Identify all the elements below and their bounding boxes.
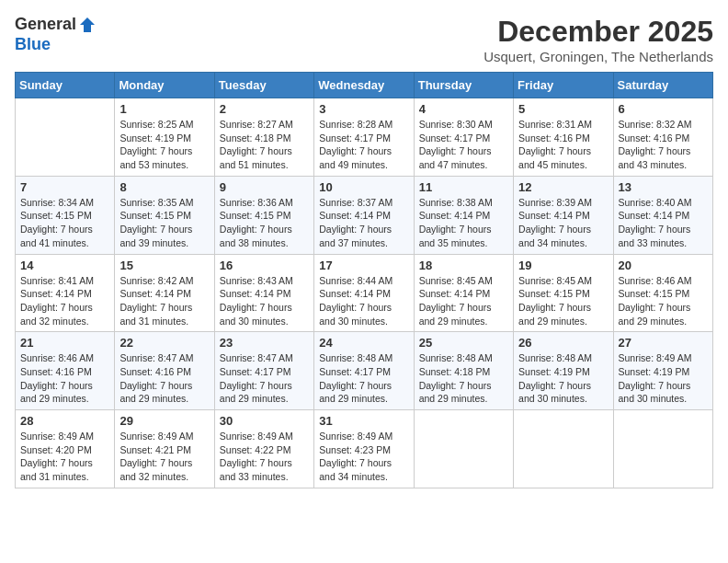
day-number: 8	[119, 180, 209, 194]
day-number: 18	[419, 259, 508, 272]
logo: General Blue	[15, 15, 97, 54]
day-info: Sunrise: 8:28 AMSunset: 4:17 PMDaylight:…	[319, 118, 408, 172]
day-info: Sunrise: 8:48 AMSunset: 4:17 PMDaylight:…	[319, 351, 408, 406]
day-number: 14	[20, 259, 109, 272]
day-number: 31	[319, 414, 408, 428]
calendar-week-row: 28 Sunrise: 8:49 AMSunset: 4:20 PMDaylig…	[16, 410, 713, 488]
day-number: 5	[518, 102, 608, 116]
day-number: 20	[619, 259, 708, 272]
day-info: Sunrise: 8:30 AMSunset: 4:17 PMDaylight:…	[419, 118, 508, 172]
calendar-cell	[514, 410, 613, 488]
calendar-table: SundayMondayTuesdayWednesdayThursdayFrid…	[15, 72, 713, 488]
day-info: Sunrise: 8:49 AMSunset: 4:23 PMDaylight:…	[319, 430, 408, 484]
page-header: General Blue December 2025 Usquert, Gron…	[15, 15, 713, 64]
calendar-cell: 11 Sunrise: 8:38 AMSunset: 4:14 PMDaylig…	[414, 176, 513, 254]
calendar-cell: 10 Sunrise: 8:37 AMSunset: 4:14 PMDaylig…	[314, 176, 414, 254]
day-number: 25	[419, 336, 508, 350]
day-number: 11	[419, 180, 508, 194]
location: Usquert, Groningen, The Netherlands	[483, 49, 713, 64]
calendar-cell: 16 Sunrise: 8:43 AMSunset: 4:14 PMDaylig…	[214, 254, 313, 332]
calendar-cell: 27 Sunrise: 8:49 AMSunset: 4:19 PMDaylig…	[613, 332, 712, 410]
calendar-cell: 15 Sunrise: 8:42 AMSunset: 4:14 PMDaylig…	[115, 254, 214, 332]
calendar-cell: 17 Sunrise: 8:44 AMSunset: 4:14 PMDaylig…	[314, 254, 414, 332]
calendar-cell: 28 Sunrise: 8:49 AMSunset: 4:20 PMDaylig…	[16, 410, 115, 488]
day-number: 23	[220, 336, 309, 350]
calendar-cell: 25 Sunrise: 8:48 AMSunset: 4:18 PMDaylig…	[414, 332, 513, 410]
day-info: Sunrise: 8:25 AMSunset: 4:19 PMDaylight:…	[119, 118, 209, 172]
logo-blue-text: Blue	[15, 35, 51, 53]
logo-icon	[78, 16, 97, 34]
calendar-cell: 14 Sunrise: 8:41 AMSunset: 4:14 PMDaylig…	[16, 254, 115, 332]
day-number: 21	[20, 336, 109, 350]
calendar-cell: 30 Sunrise: 8:49 AMSunset: 4:22 PMDaylig…	[214, 410, 313, 488]
day-number: 16	[220, 259, 309, 272]
calendar-cell: 1 Sunrise: 8:25 AMSunset: 4:19 PMDayligh…	[115, 98, 214, 177]
day-number: 26	[518, 336, 608, 350]
day-number: 13	[619, 180, 708, 194]
day-number: 29	[119, 414, 209, 428]
day-info: Sunrise: 8:47 AMSunset: 4:17 PMDaylight:…	[220, 351, 309, 406]
day-number: 6	[619, 102, 708, 116]
day-info: Sunrise: 8:39 AMSunset: 4:14 PMDaylight:…	[518, 196, 608, 250]
day-number: 4	[419, 102, 508, 116]
calendar-cell: 5 Sunrise: 8:31 AMSunset: 4:16 PMDayligh…	[514, 98, 613, 177]
day-info: Sunrise: 8:44 AMSunset: 4:14 PMDaylight:…	[319, 274, 408, 328]
calendar-week-row: 1 Sunrise: 8:25 AMSunset: 4:19 PMDayligh…	[16, 98, 713, 177]
day-info: Sunrise: 8:34 AMSunset: 4:15 PMDaylight:…	[20, 196, 109, 250]
day-info: Sunrise: 8:49 AMSunset: 4:22 PMDaylight:…	[220, 430, 309, 484]
day-info: Sunrise: 8:41 AMSunset: 4:14 PMDaylight:…	[20, 274, 109, 328]
calendar-week-row: 21 Sunrise: 8:46 AMSunset: 4:16 PMDaylig…	[16, 332, 713, 410]
day-info: Sunrise: 8:37 AMSunset: 4:14 PMDaylight:…	[319, 196, 408, 250]
day-info: Sunrise: 8:45 AMSunset: 4:15 PMDaylight:…	[518, 274, 608, 328]
day-info: Sunrise: 8:43 AMSunset: 4:14 PMDaylight:…	[220, 274, 309, 328]
day-number: 7	[20, 180, 109, 194]
calendar-cell: 29 Sunrise: 8:49 AMSunset: 4:21 PMDaylig…	[115, 410, 214, 488]
calendar-cell	[16, 98, 115, 177]
day-info: Sunrise: 8:46 AMSunset: 4:16 PMDaylight:…	[20, 351, 109, 406]
day-info: Sunrise: 8:46 AMSunset: 4:15 PMDaylight:…	[619, 274, 708, 328]
calendar-cell: 18 Sunrise: 8:45 AMSunset: 4:14 PMDaylig…	[414, 254, 513, 332]
calendar-cell: 20 Sunrise: 8:46 AMSunset: 4:15 PMDaylig…	[613, 254, 712, 332]
day-number: 28	[20, 414, 109, 428]
day-info: Sunrise: 8:36 AMSunset: 4:15 PMDaylight:…	[220, 196, 309, 250]
title-block: December 2025 Usquert, Groningen, The Ne…	[483, 15, 713, 64]
day-info: Sunrise: 8:32 AMSunset: 4:16 PMDaylight:…	[619, 118, 708, 172]
calendar-week-row: 7 Sunrise: 8:34 AMSunset: 4:15 PMDayligh…	[16, 176, 713, 254]
day-number: 17	[319, 259, 408, 272]
weekday-header: Thursday	[414, 73, 513, 98]
day-number: 12	[518, 180, 608, 194]
day-info: Sunrise: 8:49 AMSunset: 4:21 PMDaylight:…	[119, 430, 209, 484]
day-info: Sunrise: 8:35 AMSunset: 4:15 PMDaylight:…	[119, 196, 209, 250]
calendar-cell	[613, 410, 712, 488]
day-number: 10	[319, 180, 408, 194]
day-info: Sunrise: 8:48 AMSunset: 4:18 PMDaylight:…	[419, 351, 508, 406]
day-info: Sunrise: 8:45 AMSunset: 4:14 PMDaylight:…	[419, 274, 508, 328]
calendar-cell: 12 Sunrise: 8:39 AMSunset: 4:14 PMDaylig…	[514, 176, 613, 254]
weekday-header: Monday	[115, 73, 214, 98]
day-info: Sunrise: 8:47 AMSunset: 4:16 PMDaylight:…	[119, 351, 209, 406]
calendar-cell: 6 Sunrise: 8:32 AMSunset: 4:16 PMDayligh…	[613, 98, 712, 177]
day-info: Sunrise: 8:40 AMSunset: 4:14 PMDaylight:…	[619, 196, 708, 250]
calendar-cell: 4 Sunrise: 8:30 AMSunset: 4:17 PMDayligh…	[414, 98, 513, 177]
calendar-cell: 24 Sunrise: 8:48 AMSunset: 4:17 PMDaylig…	[314, 332, 414, 410]
logo-general-text: General	[15, 15, 76, 35]
day-number: 1	[119, 102, 209, 116]
weekday-header: Friday	[514, 73, 613, 98]
weekday-header: Saturday	[613, 73, 712, 98]
day-number: 30	[220, 414, 309, 428]
day-number: 19	[518, 259, 608, 272]
month-title: December 2025	[483, 15, 713, 49]
calendar-cell: 21 Sunrise: 8:46 AMSunset: 4:16 PMDaylig…	[16, 332, 115, 410]
day-number: 9	[220, 180, 309, 194]
calendar-cell: 2 Sunrise: 8:27 AMSunset: 4:18 PMDayligh…	[214, 98, 313, 177]
calendar-cell: 8 Sunrise: 8:35 AMSunset: 4:15 PMDayligh…	[115, 176, 214, 254]
calendar-week-row: 14 Sunrise: 8:41 AMSunset: 4:14 PMDaylig…	[16, 254, 713, 332]
day-info: Sunrise: 8:48 AMSunset: 4:19 PMDaylight:…	[518, 351, 608, 406]
calendar-cell	[414, 410, 513, 488]
weekday-header: Sunday	[16, 73, 115, 98]
day-number: 15	[119, 259, 209, 272]
calendar-cell: 31 Sunrise: 8:49 AMSunset: 4:23 PMDaylig…	[314, 410, 414, 488]
day-info: Sunrise: 8:49 AMSunset: 4:20 PMDaylight:…	[20, 430, 109, 484]
calendar-cell: 7 Sunrise: 8:34 AMSunset: 4:15 PMDayligh…	[16, 176, 115, 254]
day-info: Sunrise: 8:49 AMSunset: 4:19 PMDaylight:…	[619, 351, 708, 406]
